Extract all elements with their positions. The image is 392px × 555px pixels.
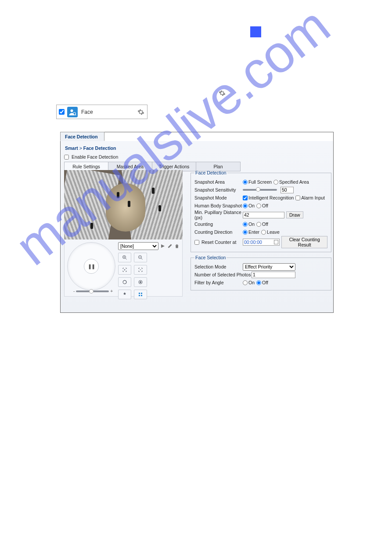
sensitivity-value-input[interactable] <box>281 187 294 193</box>
video-scene <box>64 170 183 239</box>
face-label: Face <box>81 109 137 115</box>
snapshot-area-label: Snapshot Area <box>194 179 243 185</box>
filter-angle-label: Filter by Angle <box>194 280 243 285</box>
clock-icon[interactable] <box>274 240 278 244</box>
snapshot-mode-label: Snapshot Mode <box>194 195 243 200</box>
snapshot-area-specified-option[interactable]: Specified Area <box>273 179 309 185</box>
zoom-out-button[interactable] <box>134 253 147 262</box>
video-preview[interactable] <box>64 170 183 239</box>
iris-close-button[interactable] <box>134 277 147 287</box>
enable-face-detection-checkbox[interactable] <box>64 155 69 160</box>
alarm-input-checkbox[interactable]: Alarm Input <box>295 195 325 201</box>
reset-time-input[interactable]: 00:00:00 <box>243 239 280 246</box>
num-photos-input[interactable] <box>252 272 295 278</box>
speed-slider[interactable] <box>76 290 109 292</box>
intelligent-recognition-checkbox[interactable]: Intelligent Recognition <box>243 195 294 201</box>
face-feature-row: Face <box>56 105 147 119</box>
filter-angle-on-option[interactable]: On <box>243 280 255 286</box>
face-enable-checkbox[interactable] <box>59 109 65 115</box>
direction-label: Counting Direction <box>194 229 243 235</box>
svg-line-8 <box>141 258 143 260</box>
breadcrumb-separator: > <box>79 145 82 151</box>
face-icon <box>67 107 78 117</box>
panel-title-tab: Face Detection <box>60 132 104 141</box>
gear-icon[interactable] <box>137 109 144 116</box>
human-body-label: Human Body Snapshot <box>194 203 243 208</box>
reset-counter-checkbox[interactable]: Reset Counter at <box>194 239 236 245</box>
svg-point-15 <box>140 282 141 283</box>
preset-select[interactable]: [None] <box>118 242 158 250</box>
svg-rect-17 <box>141 293 142 294</box>
tab-trigger-actions[interactable]: Trigger Actions <box>152 162 196 171</box>
reset-time-value: 00:00:00 <box>244 239 262 245</box>
counting-off-option[interactable]: Off <box>256 221 268 227</box>
tab-rule-settings[interactable]: Rule Settings <box>65 162 108 171</box>
face-detection-legend: Face Detection <box>194 170 227 175</box>
track-button[interactable] <box>134 290 147 299</box>
svg-rect-16 <box>139 293 140 294</box>
clear-counting-button[interactable]: Clear Counting Result <box>281 236 327 248</box>
ptz-left-icon[interactable] <box>70 264 74 268</box>
tab-plan[interactable]: Plan <box>196 162 240 171</box>
svg-rect-18 <box>139 295 140 296</box>
page-number-placeholder <box>250 26 261 37</box>
pupillary-label: Min. Pupillary Distance (px) <box>194 210 243 220</box>
pause-icon: ❚❚ <box>88 264 95 269</box>
breadcrumb-smart[interactable]: Smart <box>65 145 78 151</box>
draw-button[interactable]: Draw <box>286 211 303 218</box>
ptz-control-panel: ❚❚ [None] <box>64 239 183 297</box>
direction-enter-option[interactable]: Enter <box>243 229 259 235</box>
face-detection-fieldset: Face Detection Snapshot Area Full Screen… <box>191 170 331 252</box>
svg-line-4 <box>126 258 127 260</box>
speed-plus[interactable]: + <box>110 289 113 294</box>
breadcrumb-current: Face Detection <box>83 145 116 151</box>
focus-near-button[interactable] <box>118 265 131 275</box>
snapshot-button[interactable] <box>118 290 131 299</box>
zoom-in-button[interactable] <box>118 253 131 262</box>
ptz-down-icon[interactable] <box>89 283 94 288</box>
counting-label: Counting <box>194 221 243 227</box>
svg-line-2 <box>76 115 76 116</box>
filter-angle-off-option[interactable]: Off <box>256 280 268 286</box>
speed-minus[interactable]: - <box>73 289 75 294</box>
sensitivity-slider[interactable] <box>243 189 277 191</box>
panel-body: Smart > Face Detection Enable Face Detec… <box>61 141 333 312</box>
counting-on-option[interactable]: On <box>243 221 255 227</box>
selection-mode-select[interactable]: Effect Priority <box>243 263 295 271</box>
selection-mode-label: Selection Mode <box>194 264 243 269</box>
breadcrumb: Smart > Face Detection <box>65 145 116 151</box>
face-detection-panel: Face Detection Smart > Face Detection En… <box>60 132 334 313</box>
face-selection-fieldset: Face Selection Selection Mode Effect Pri… <box>191 255 331 290</box>
speed-slider-row: - + <box>73 289 113 294</box>
tab-masked-area[interactable]: Masked Area <box>108 162 152 171</box>
ptz-pause-button[interactable]: ❚❚ <box>84 259 99 274</box>
pupillary-input[interactable] <box>243 212 284 218</box>
svg-rect-19 <box>141 295 142 296</box>
svg-point-0 <box>71 109 73 112</box>
goto-preset-icon[interactable] <box>160 243 165 249</box>
focus-far-button[interactable] <box>134 265 147 275</box>
direction-leave-option[interactable]: Leave <box>261 229 280 235</box>
gear-icon <box>219 90 226 97</box>
ptz-up-icon[interactable] <box>89 245 94 249</box>
iris-open-button[interactable] <box>118 277 131 287</box>
num-photos-label: Number of Selected Photos <box>194 272 252 277</box>
enable-face-detection-label: Enable Face Detection <box>72 154 118 160</box>
human-body-off-option[interactable]: Off <box>256 203 268 209</box>
face-selection-legend: Face Selection <box>194 255 227 260</box>
sensitivity-label: Snapshot Sensitivity <box>194 187 243 192</box>
ptz-right-icon[interactable] <box>108 264 113 268</box>
ptz-dpad: ❚❚ <box>67 242 115 290</box>
edit-preset-icon[interactable] <box>167 243 173 249</box>
delete-preset-icon[interactable] <box>174 243 180 249</box>
human-body-on-option[interactable]: On <box>243 203 255 209</box>
snapshot-area-full-option[interactable]: Full Screen <box>243 179 272 185</box>
